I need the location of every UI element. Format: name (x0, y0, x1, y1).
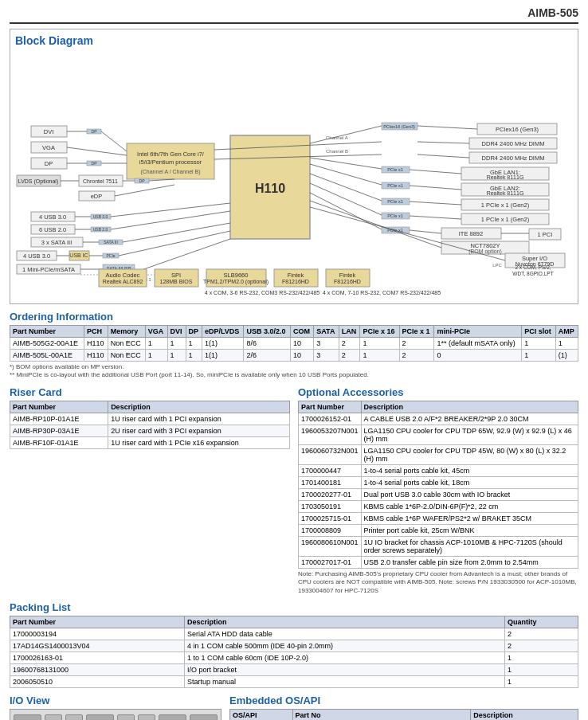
packing-cell: 1 (504, 663, 578, 675)
svg-text:PCIex16 (Gen3): PCIex16 (Gen3) (383, 124, 415, 129)
svg-line-38 (111, 203, 230, 217)
ordering-cell: 3 (314, 350, 339, 362)
svg-line-73 (417, 126, 477, 129)
svg-text:DDR4 2400 MHz DIMM: DDR4 2400 MHz DIMM (482, 155, 545, 162)
ordering-cell: 1 (522, 338, 555, 350)
ordering-cell: 1 (145, 350, 167, 362)
ordering-title: Ordering Information (10, 311, 578, 323)
ordering-section: Ordering Information Part NumberPCHMemor… (10, 311, 578, 380)
ordering-cell: AIMB-505L-00A1E (10, 350, 84, 362)
ordering-cell: 1 (522, 350, 555, 362)
svg-text:DP: DP (139, 178, 146, 183)
svg-text:Channel A: Channel A (326, 135, 348, 140)
optional-row: 1703050191KBMS cable 1*6P-2.0/DIN-6P(F)*… (299, 500, 578, 512)
embedded-title: Embedded OS/API (229, 695, 578, 706)
packing-row: 19600768131000I/O port bracket1 (10, 663, 578, 675)
svg-text:4 USB 3.0: 4 USB 3.0 (23, 252, 50, 260)
ordering-col-header: PCIe x 16 (360, 326, 399, 338)
packing-table: Part NumberDescriptionQuantity 170000031… (10, 616, 578, 688)
packing-cell: 2 (504, 628, 578, 640)
io-port-5 (138, 714, 155, 720)
packing-title: Packing List (10, 601, 578, 613)
optional-row: 1700020277-01Dual port USB 3.0 cable 30c… (299, 488, 578, 500)
ordering-cell: 2 (339, 350, 360, 362)
optional-cell: USB 2.0 transfer cable pin size from 2.0… (361, 556, 578, 568)
ordering-col-header: LAN (339, 326, 360, 338)
ordering-cell: 2/6 (244, 350, 291, 362)
optional-cell: Printer port cable kit, 25cm W/BNK (361, 524, 578, 536)
embedded-col-header: Description (471, 709, 578, 720)
svg-text:1 PCIe x 1 (Gen2): 1 PCIe x 1 (Gen2) (481, 216, 530, 223)
riser-section: Riser Card Part NumberDescription AIMB-R… (10, 386, 290, 595)
ordering-body: AIMB-505G2-00A1EH110Non ECC1111(1)8/6103… (10, 338, 578, 362)
optional-cell: 1-to-4 serial ports cable kit, 45cm (361, 464, 578, 476)
svg-text:TPM1.2/TPM2.0 (optional): TPM1.2/TPM2.0 (optional) (203, 279, 269, 285)
packing-section: Packing List Part NumberDescriptionQuant… (10, 601, 578, 688)
svg-text:i5/i3/Pentium processor: i5/i3/Pentium processor (139, 158, 202, 166)
optional-row: 1960060732N001LGA1150 CPU cooler for CPU… (299, 444, 578, 464)
block-diagram-section: Block Diagram H110 Intel 6th/7th Gen Cor… (10, 29, 578, 304)
optional-header-row: Part NumberDescription (299, 401, 578, 413)
ordering-cell: 2 (399, 350, 434, 362)
svg-text:Realtek 8111G: Realtek 8111G (487, 190, 524, 196)
svg-text:1 PCI: 1 PCI (538, 231, 553, 238)
io-port-2 (65, 714, 83, 720)
ordering-cell: 1 (186, 338, 202, 350)
svg-text:DP: DP (45, 160, 53, 167)
riser-row: AIMB-RF10F-01A1E1U riser card with 1 PCI… (10, 436, 290, 448)
riser-col-header: Part Number (10, 401, 108, 413)
svg-text:Channel B: Channel B (326, 149, 348, 154)
svg-text:Intel 6th/7th Gen Core i7/: Intel 6th/7th Gen Core i7/ (137, 151, 205, 158)
ordering-col-header: DP (186, 326, 202, 338)
optional-cell: 1U IO bracket for chassis ACP-1010MB & H… (361, 536, 578, 556)
riser-cell: 2U riser card with 3 PCI expansion (108, 425, 290, 436)
ordering-note-line: *) BOM options available on MP version. (10, 363, 578, 371)
svg-line-59 (119, 231, 230, 256)
ordering-col-header: SATA (314, 326, 339, 338)
io-box (10, 709, 221, 720)
ordering-cell: 1 (186, 350, 202, 362)
svg-text:2 x COM, PS/2,: 2 x COM, PS/2, (515, 264, 551, 270)
riser-row: AIMB-RP30P-03A1E2U riser card with 3 PCI… (10, 425, 290, 436)
svg-text:LVDS (Optional): LVDS (Optional) (18, 178, 58, 185)
svg-line-70 (310, 126, 382, 143)
svg-text:Audio Codec: Audio Codec (106, 272, 140, 279)
svg-text:F81216HD: F81216HD (282, 279, 309, 284)
ordering-col-header: Part Number (10, 326, 84, 338)
svg-text:F81216HD: F81216HD (334, 279, 361, 284)
svg-text:PCIe: PCIe (106, 253, 115, 258)
io-port-4 (117, 714, 135, 720)
packing-cell: 1 (504, 652, 578, 663)
ordering-col-header: PCI slot (522, 326, 555, 338)
svg-text:Realtek ALC892: Realtek ALC892 (103, 279, 143, 284)
optional-cell: 1701400181 (299, 476, 362, 488)
svg-text:PCIe x1: PCIe x1 (387, 213, 403, 218)
ordering-cell: Non ECC (108, 338, 145, 350)
riser-cell: AIMB-RP30P-03A1E (10, 425, 108, 436)
packing-cell: 2006050510 (10, 675, 185, 687)
svg-line-115 (410, 230, 441, 233)
packing-cell: Serial ATA HDD data cable (185, 628, 505, 640)
optional-cell: 1-to-4 serial ports cable kit, 18cm (361, 476, 578, 488)
riser-col-header: Description (108, 401, 290, 413)
ordering-col-header: PCIe x 1 (399, 326, 434, 338)
riser-cell: AIMB-RF10F-01A1E (10, 436, 108, 448)
optional-row: 17000004471-to-4 serial ports cable kit,… (299, 464, 578, 476)
ordering-notes: *) BOM options available on MP version.*… (10, 363, 578, 380)
svg-text:Realtek 8111G: Realtek 8111G (487, 174, 524, 180)
svg-text:Fintek: Fintek (288, 272, 304, 279)
svg-text:128MB BIOS: 128MB BIOS (160, 279, 193, 284)
svg-line-122 (310, 201, 441, 248)
packing-col-header: Quantity (504, 616, 578, 628)
svg-line-90 (410, 170, 461, 174)
svg-text:PCIe x1: PCIe x1 (387, 199, 403, 204)
svg-text:H110: H110 (255, 182, 285, 195)
packing-cell: Startup manual (185, 675, 505, 687)
packing-cell: 4 in 1 COM cable 500mm (IDE 40-pin 2.0mm… (185, 640, 505, 652)
packing-row: 2006050510Startup manual1 (10, 675, 578, 687)
riser-table: Part NumberDescription AIMB-RP10P-01A1E1… (10, 401, 290, 449)
ordering-cell: H110 (84, 338, 108, 350)
optional-row: 1700027017-01USB 2.0 transfer cable pin … (299, 556, 578, 568)
io-embedded-row: I/O View Embedded OS/API OS/APIPart NoDe… (10, 695, 578, 720)
packing-cell: 1700026163-01 (10, 652, 185, 663)
